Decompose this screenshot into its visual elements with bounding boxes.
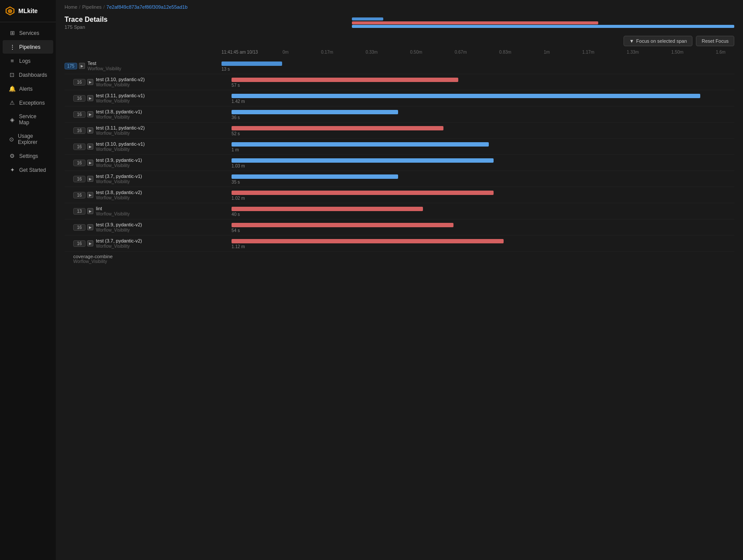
span-row[interactable]: 16▶test (3.8, pydantic-v2)Worflow_Visibi…: [65, 187, 734, 203]
sidebar-item-exceptions[interactable]: ⚠ Exceptions: [3, 96, 53, 109]
span-bar-wrapper: 1.42 m: [222, 92, 726, 104]
scale-mark: 1.17m: [582, 50, 594, 55]
span-row[interactable]: 16▶test (3.11, pydantic-v1)Worflow_Visib…: [65, 90, 734, 106]
span-info: test (3.10, pydantic-v1)Worflow_Visibili…: [96, 141, 222, 152]
svg-marker-1: [8, 9, 12, 14]
span-row[interactable]: 16▶test (3.10, pydantic-v1)Worflow_Visib…: [65, 139, 734, 155]
span-count-badge: 16: [73, 143, 85, 150]
trace-span-count: 175 Span: [65, 24, 108, 30]
breadcrumb-pipelines[interactable]: Pipelines: [82, 4, 102, 10]
span-name: test (3.11, pydantic-v1): [96, 93, 222, 98]
app-name: MLkite: [18, 7, 37, 14]
sidebar-item-label: Service Map: [19, 113, 47, 126]
span-row[interactable]: 13▶lintWorflow_Visibility40 s: [65, 203, 734, 219]
span-row[interactable]: 175▶TestWorflow_Visibility13 s: [65, 58, 734, 74]
scale-mark: 1m: [544, 50, 550, 55]
span-count-badge: 13: [73, 208, 85, 215]
main-content: Home / Pipelines / 7e2af849c873a7ef86f30…: [56, 0, 743, 560]
span-row[interactable]: 16▶test (3.8, pydantic-v1)Worflow_Visibi…: [65, 106, 734, 123]
span-expand-button[interactable]: ▶: [87, 127, 93, 133]
span-name: test (3.10, pydantic-v1): [96, 141, 222, 147]
sidebar-item-logs[interactable]: ≡ Logs: [3, 54, 53, 68]
span-indent: 13▶lintWorflow_Visibility: [65, 204, 222, 218]
span-bar-area: 13 s: [222, 58, 734, 74]
span-bar-wrapper: 54 s: [222, 221, 726, 233]
sidebar: MLkite ⊞ Services ⋮ Pipelines ≡ Logs ⊡ D…: [0, 0, 56, 560]
breadcrumb-home[interactable]: Home: [65, 4, 77, 10]
sidebar-item-settings[interactable]: ⚙ Settings: [3, 149, 53, 163]
span-info: test (3.7, pydantic-v1)Worflow_Visibilit…: [96, 174, 222, 184]
span-service: Worflow_Visibility: [96, 131, 222, 136]
coverage-indent: coverage-combine Worflow_Visibility: [65, 254, 222, 264]
span-expand-button[interactable]: ▶: [87, 79, 93, 85]
sidebar-item-usage-explorer[interactable]: ⊙ Usage Explorer: [3, 130, 53, 149]
span-expand-button[interactable]: ▶: [87, 224, 93, 230]
focus-selected-span-button[interactable]: ▼ Focus on selected span: [624, 36, 692, 46]
span-count-badge: 16: [73, 127, 85, 134]
logo-icon: [5, 6, 15, 16]
sidebar-item-service-map[interactable]: ◈ Service Map: [3, 110, 53, 129]
span-count-badge: 16: [73, 160, 85, 166]
span-bar-area: 1.12 m: [222, 236, 734, 251]
span-indent: 16▶test (3.9, pydantic-v1)Worflow_Visibi…: [65, 156, 222, 170]
span-bar-wrapper: 36 s: [222, 108, 726, 120]
span-expand-button[interactable]: ▶: [79, 63, 85, 69]
span-bar-wrapper: 52 s: [222, 124, 726, 137]
span-expand-button[interactable]: ▶: [87, 192, 93, 198]
span-service: Worflow_Visibility: [96, 82, 222, 87]
span-row[interactable]: 16▶test (3.10, pydantic-v2)Worflow_Visib…: [65, 74, 734, 90]
sidebar-item-alerts[interactable]: 🔔 Alerts: [3, 82, 53, 96]
span-row[interactable]: 16▶test (3.7, pydantic-v2)Worflow_Visibi…: [65, 236, 734, 252]
span-row[interactable]: 16▶test (3.11, pydantic-v2)Worflow_Visib…: [65, 123, 734, 139]
span-expand-button[interactable]: ▶: [87, 240, 93, 246]
span-expand-button[interactable]: ▶: [87, 208, 93, 214]
sidebar-item-get-started[interactable]: ✦ Get Started: [3, 163, 53, 177]
timeline-container[interactable]: 11:41:45 am 10/13 0m0.17m0.33m0.50m0.67m…: [56, 49, 743, 560]
span-expand-button[interactable]: ▶: [87, 160, 93, 166]
span-bar-area: 36 s: [222, 106, 734, 122]
sidebar-nav: ⊞ Services ⋮ Pipelines ≡ Logs ⊡ Dashboar…: [0, 22, 56, 560]
coverage-row: coverage-combine Worflow_Visibility: [65, 252, 734, 266]
span-service: Worflow_Visibility: [96, 195, 222, 200]
sidebar-item-label: Alerts: [19, 86, 33, 92]
span-indent: 16▶test (3.10, pydantic-v1)Worflow_Visib…: [65, 140, 222, 154]
span-bar-area: 1.42 m: [222, 90, 734, 106]
span-service: Worflow_Visibility: [88, 66, 222, 71]
span-count-badge: 16: [73, 79, 85, 85]
sidebar-item-services[interactable]: ⊞ Services: [3, 26, 53, 40]
span-count-badge: 16: [73, 224, 85, 231]
span-row[interactable]: 16▶test (3.7, pydantic-v1)Worflow_Visibi…: [65, 171, 734, 187]
span-service: Worflow_Visibility: [96, 244, 222, 249]
service-map-icon: ◈: [9, 116, 15, 123]
trace-header: Trace Details 175 Span: [56, 14, 743, 33]
trace-title: Trace Details: [65, 16, 108, 24]
timeline-scale: 11:41:45 am 10/13 0m0.17m0.33m0.50m0.67m…: [65, 49, 734, 56]
trace-overview-bars: [115, 16, 734, 28]
span-expand-button[interactable]: ▶: [87, 176, 93, 182]
span-row[interactable]: 16▶test (3.9, pydantic-v2)Worflow_Visibi…: [65, 219, 734, 236]
app-logo: MLkite: [0, 0, 56, 22]
services-icon: ⊞: [9, 30, 16, 36]
sidebar-item-label: Logs: [19, 58, 31, 64]
reset-focus-button[interactable]: Reset Focus: [696, 36, 734, 46]
span-info: test (3.8, pydantic-v2)Worflow_Visibilit…: [96, 190, 222, 200]
span-name: test (3.9, pydantic-v1): [96, 157, 222, 163]
span-indent: 16▶test (3.7, pydantic-v2)Worflow_Visibi…: [65, 236, 222, 250]
span-bar: [232, 78, 458, 82]
span-service: Worflow_Visibility: [96, 99, 222, 103]
span-service: Worflow_Visibility: [96, 228, 222, 232]
sidebar-item-dashboards[interactable]: ⊡ Dashboards: [3, 68, 53, 82]
span-info: lintWorflow_Visibility: [96, 206, 222, 216]
span-expand-button[interactable]: ▶: [87, 111, 93, 117]
sidebar-item-label: Usage Explorer: [18, 133, 47, 145]
span-expand-button[interactable]: ▶: [87, 143, 93, 150]
span-service: Worflow_Visibility: [96, 115, 222, 120]
span-indent: 16▶test (3.8, pydantic-v2)Worflow_Visibi…: [65, 188, 222, 202]
span-expand-button[interactable]: ▶: [87, 95, 93, 101]
span-bar: [232, 142, 489, 147]
span-bar-area: 1 m: [222, 139, 734, 154]
span-row[interactable]: 16▶test (3.9, pydantic-v1)Worflow_Visibi…: [65, 155, 734, 171]
span-count-badge: 16: [73, 192, 85, 198]
sidebar-item-pipelines[interactable]: ⋮ Pipelines: [3, 40, 53, 54]
get-started-icon: ✦: [9, 167, 16, 173]
